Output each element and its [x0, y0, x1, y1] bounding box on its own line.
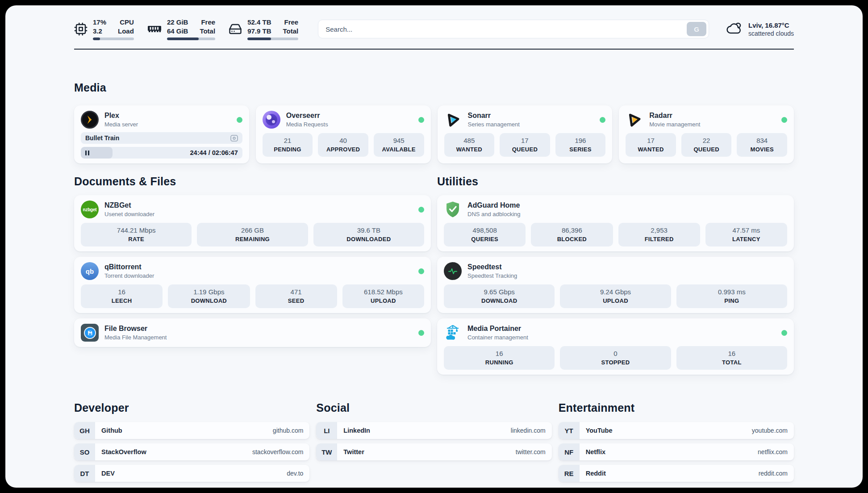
status-online-dot — [237, 117, 242, 123]
header: 17% CPU 3.2 Load — [74, 17, 794, 41]
bookmark-reddit[interactable]: RE Reddit reddit.com — [559, 465, 794, 482]
app-card-filebrowser[interactable]: File Browser Media File Management — [74, 318, 431, 347]
bookmark-twitter[interactable]: TW Twitter twitter.com — [316, 443, 551, 460]
app-card-portainer[interactable]: Media Portainer Container management 16 … — [437, 318, 794, 375]
bookmark-column-social: Social LI LinkedIn linkedin.com TW Twitt… — [316, 401, 551, 465]
now-playing-title: Bullet Train — [85, 134, 119, 142]
cpu-icon — [74, 22, 88, 36]
weather-location-temp: Lviv, 16.87°C — [748, 21, 794, 29]
bookmark-name: DEV — [101, 470, 115, 477]
app-description: Torrent downloader — [104, 272, 154, 279]
app-description: Usenet downloader — [104, 211, 154, 217]
bookmark-url: dev.to — [287, 470, 303, 477]
screen-frame: 17% CPU 3.2 Load — [0, 0, 868, 493]
stat-box-stopped: 0 STOPPED — [560, 346, 671, 370]
section-title-media: Media — [74, 81, 794, 94]
cpu-load-label: Load — [118, 27, 134, 36]
memory-progress-bar — [167, 38, 215, 40]
stat-box-total: 16 TOTAL — [676, 346, 787, 370]
bookmark-netflix[interactable]: NF Netflix netflix.com — [559, 443, 794, 460]
app-card-qbittorrent[interactable]: qb qBittorrent Torrent downloader 16 LEE… — [74, 257, 431, 313]
stat-box-latency: 47.57 ms LATENCY — [705, 223, 787, 246]
now-playing-row: Bullet Train — [81, 132, 242, 144]
memory-total-value: 64 GiB — [167, 27, 188, 36]
memory-free-value: 22 GiB — [167, 18, 188, 27]
status-online-dot — [781, 117, 787, 123]
app-description: Container management — [467, 334, 528, 341]
bookmark-name: StackOverflow — [101, 448, 146, 455]
app-card-overseerr[interactable]: Overseerr Media Requests 21 PENDING 40 A… — [256, 105, 431, 163]
header-divider — [74, 49, 794, 50]
stat-box-running: 16 RUNNING — [444, 346, 555, 370]
radarr-icon — [626, 111, 643, 129]
status-online-dot — [418, 117, 424, 123]
section-title-developer: Developer — [74, 401, 309, 414]
stat-box-queries: 498,508 QUERIES — [444, 223, 526, 246]
stat-box-wanted: 17 WANTED — [626, 133, 676, 157]
bookmark-column-entertainment: Entertainment YT YouTube youtube.com NF … — [559, 401, 794, 486]
search-engine-button[interactable]: G — [687, 22, 706, 36]
bookmark-url: reddit.com — [759, 470, 788, 477]
bookmark-github[interactable]: GH Github github.com — [74, 422, 309, 439]
cpu-usage-label: CPU — [120, 18, 134, 27]
app-name: Radarr — [649, 112, 700, 120]
bookmark-name: Twitter — [343, 448, 364, 455]
app-name: Plex — [104, 112, 138, 120]
search-input[interactable] — [326, 25, 687, 33]
bookmark-url: github.com — [273, 427, 303, 434]
stat-box-queued: 17 QUEUED — [500, 133, 550, 157]
session-screen-icon — [230, 135, 238, 142]
app-card-nzbget[interactable]: nzbget NZBGet Usenet downloader 744.21 M… — [74, 195, 431, 251]
app-description: Series management — [468, 121, 520, 128]
app-card-plex[interactable]: Plex Media server Bullet Train 24:44 / 0… — [74, 105, 249, 163]
bookmark-name: Netflix — [586, 448, 605, 455]
app-card-adguard[interactable]: AdGuard Home DNS and adblocking 498,508 … — [437, 195, 794, 251]
app-card-sonarr[interactable]: Sonarr Series management 485 WANTED 17 Q… — [438, 105, 613, 163]
app-name: qBittorrent — [104, 263, 154, 271]
bookmark-youtube[interactable]: YT YouTube youtube.com — [559, 422, 794, 439]
filebrowser-icon — [81, 324, 99, 342]
app-name: Sonarr — [468, 112, 520, 120]
disk-total-value: 97.9 TB — [247, 27, 271, 36]
stat-box-filtered: 2,953 FILTERED — [618, 223, 700, 246]
playback-time: 24:44 / 02:06:47 — [190, 149, 238, 156]
stat-box-available: 945 AVAILABLE — [374, 133, 424, 157]
app-card-radarr[interactable]: Radarr Movie management 17 WANTED 22 QUE… — [619, 105, 794, 163]
speedtest-icon — [444, 262, 462, 280]
stat-box-downloaded: 39.6 TB DOWNLOADED — [313, 223, 424, 246]
app-description: Speedtest Tracking — [467, 272, 517, 279]
documents-column: Documents & Files nzbget NZBGet Usenet d… — [74, 175, 431, 352]
scattered-clouds-icon — [726, 21, 743, 37]
bookmark-abbr: DT — [74, 465, 95, 482]
app-name: Speedtest — [467, 263, 517, 271]
bookmark-stackoverflow[interactable]: SO StackOverflow stackoverflow.com — [74, 443, 309, 460]
bookmark-abbr: YT — [559, 422, 580, 439]
bookmark-name: LinkedIn — [343, 427, 370, 434]
bookmark-abbr: LI — [316, 422, 337, 439]
bookmark-linkedin[interactable]: LI LinkedIn linkedin.com — [316, 422, 551, 439]
status-online-dot — [600, 117, 605, 123]
bookmark-url: twitter.com — [516, 448, 546, 455]
app-description: Media File Management — [104, 334, 167, 341]
bookmark-name: Github — [101, 427, 122, 434]
bookmarks-grid: Developer GH Github github.com SO StackO… — [74, 401, 794, 486]
pause-button[interactable] — [85, 150, 89, 155]
stat-box-rate: 744.21 Mbps RATE — [81, 223, 192, 246]
weather-condition: scattered clouds — [748, 30, 794, 37]
app-name: NZBGet — [104, 201, 154, 209]
memory-stat-widget: 22 GiB Free 64 GiB Total — [147, 18, 215, 40]
bookmark-abbr: TW — [316, 443, 337, 460]
bookmark-url: stackoverflow.com — [252, 448, 303, 455]
disk-free-value: 52.4 TB — [247, 18, 271, 27]
nzbget-icon: nzbget — [81, 201, 99, 218]
bookmark-dev[interactable]: DT DEV dev.to — [74, 465, 309, 482]
app-name: AdGuard Home — [467, 201, 521, 209]
sonarr-icon — [444, 111, 462, 129]
utilities-column: Utilities AdGuard Home — [437, 175, 794, 380]
stat-box-leech: 16 LEECH — [81, 284, 163, 308]
memory-total-label: Total — [200, 27, 215, 36]
section-title-social: Social — [316, 401, 551, 414]
app-card-speedtest[interactable]: Speedtest Speedtest Tracking 9.65 Gbps D… — [437, 257, 794, 313]
app-name: File Browser — [104, 325, 167, 333]
stat-box-queued: 22 QUEUED — [681, 133, 732, 157]
